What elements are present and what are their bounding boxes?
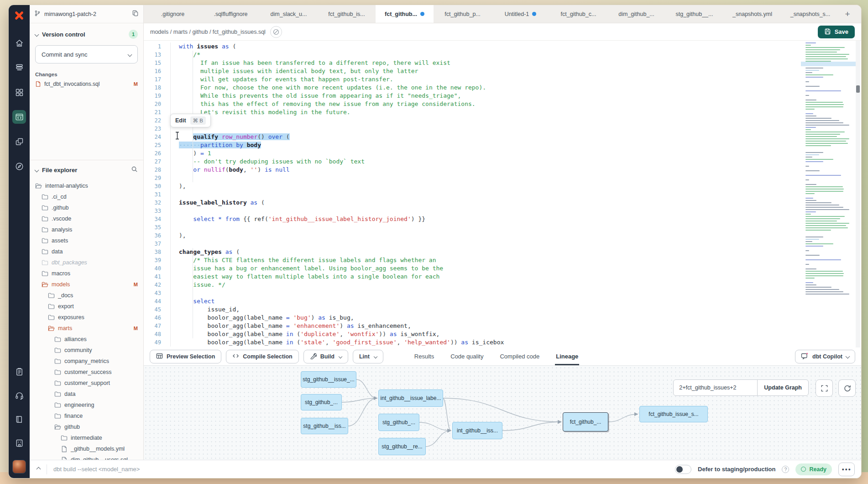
stack-icon[interactable] (12, 61, 26, 74)
dbt-copilot-button[interactable]: dbt Copilot (795, 350, 855, 363)
home-icon[interactable] (12, 36, 26, 50)
compass-icon[interactable] (12, 159, 26, 173)
tree-folder-export[interactable]: export (30, 301, 143, 312)
lineage-node-0[interactable]: stg_github__issue_... (301, 371, 356, 388)
tree-folder-finance[interactable]: finance (30, 410, 143, 421)
minimap[interactable] (805, 42, 852, 296)
tree-folder-intermediate[interactable]: intermediate (30, 432, 143, 443)
preview-selection-button[interactable]: Preview Selection (150, 350, 221, 363)
line-content: qualify row_number() over ( (170, 133, 861, 141)
kiosk-icon[interactable] (12, 436, 26, 450)
code-editor[interactable]: 1with issues as (13 /*15 If an issue has… (144, 41, 861, 347)
editor-tab-fct_github_p[interactable]: fct_github_p... (434, 5, 492, 23)
file-actions-icon[interactable] (270, 26, 282, 38)
tree-folder-customer_support[interactable]: customer_support (30, 378, 143, 389)
tree-folder-customer_success[interactable]: customer_success (30, 367, 143, 378)
tree-folder-assets[interactable]: assets (30, 235, 143, 246)
tree-folder-github[interactable]: github (30, 421, 143, 432)
tree-folder-engineering[interactable]: engineering (30, 400, 143, 410)
refresh-graph-button[interactable] (838, 379, 856, 397)
editor-tab-_snapshots_s[interactable]: _snapshots_s... (781, 5, 839, 23)
lineage-node-7[interactable]: fct_github_... (563, 412, 608, 431)
tree-folder-community[interactable]: community (30, 345, 143, 356)
result-tab-code-quality[interactable]: Code quality (450, 347, 483, 365)
tree-folder-data[interactable]: data (30, 246, 143, 257)
expand-command-bar-icon[interactable] (37, 468, 40, 471)
file-explorer-header[interactable]: File explorer (30, 160, 143, 178)
compare-icon[interactable] (12, 135, 26, 148)
editor-tab-.gitignore[interactable]: .gitignore (144, 5, 202, 23)
user-avatar[interactable] (12, 460, 26, 473)
lineage-node-5[interactable]: stg_github__re... (378, 438, 426, 455)
scrollbar-thumb[interactable] (856, 85, 860, 93)
build-button[interactable]: Build (303, 350, 348, 363)
tree-folder-alliances[interactable]: alliances (30, 334, 143, 345)
help-icon[interactable]: ? (782, 466, 789, 473)
copy-branch-icon[interactable] (132, 10, 139, 18)
editor-tab-stg_github__[interactable]: stg_github__... (665, 5, 723, 23)
editor-tab-Untitled-1[interactable]: Untitled-1 (492, 5, 549, 23)
tree-folder-dbt_packages[interactable]: dbt_packages (30, 257, 143, 268)
version-control-header[interactable]: Version control 1 (30, 23, 143, 42)
editor-tab-.sqlfluffignore[interactable]: .sqlfluffignore (202, 5, 260, 23)
code-editor-icon[interactable] (12, 110, 26, 124)
lineage-node-3[interactable]: int_github__issue_labe... (378, 389, 443, 407)
lineage-node-2[interactable]: stg_github__iss... (301, 418, 348, 434)
update-graph-button[interactable]: Update Graph (757, 380, 808, 395)
compile-selection-button[interactable]: Compile Selection (226, 350, 298, 363)
fullscreen-button[interactable] (816, 379, 833, 397)
tree-folder-_docs[interactable]: _docs (30, 290, 143, 301)
lineage-node-8[interactable]: fct_github_issue_s... (639, 406, 708, 422)
lineage-node-6[interactable]: int_github__iss... (452, 422, 502, 439)
tree-folder-.github[interactable]: .github (30, 202, 143, 213)
result-tab-results[interactable]: Results (414, 347, 434, 365)
changed-file-row[interactable]: fct_dbt_invocations.sql M (30, 79, 143, 89)
editor-tab-dim_slack_u[interactable]: dim_slack_u... (260, 5, 318, 23)
tree-item-label: analysis (52, 226, 72, 233)
result-tab-lineage[interactable]: Lineage (556, 347, 578, 365)
save-button[interactable]: Save (818, 26, 855, 38)
tree-folder-.ci_cd[interactable]: .ci_cd (30, 191, 143, 202)
dbt-logo[interactable] (9, 5, 30, 26)
result-tab-compiled-code[interactable]: Compiled code (500, 347, 539, 365)
editor-tab-dim_github_[interactable]: dim_github_... (607, 5, 665, 23)
git-branch-row[interactable]: mirnawong1-patch-2 (30, 5, 143, 23)
editor-tab-_snapshots.yml[interactable]: _snapshots.yml (723, 5, 781, 23)
lint-button[interactable]: Lint (353, 350, 383, 363)
tree-folder-data[interactable]: data (30, 389, 143, 400)
line-content: boolor_agg(label_name in ('stale', 'good… (170, 338, 861, 347)
tree-file-_github__models.yml[interactable]: _github__models.yml (30, 443, 143, 454)
search-icon[interactable] (131, 166, 138, 174)
tree-folder-marts[interactable]: martsM (30, 323, 143, 334)
grid-icon[interactable] (12, 85, 26, 99)
graph-selector-input[interactable]: 2+fct_github_issues+2 (674, 380, 757, 395)
book-icon[interactable] (12, 412, 26, 426)
editor-tab-fct_github_c[interactable]: fct_github_c... (549, 5, 607, 23)
copilot-label: dbt Copilot (812, 353, 842, 360)
defer-toggle[interactable] (675, 465, 691, 474)
tree-folder-macros[interactable]: macros (30, 268, 143, 279)
edit-tooltip[interactable]: Edit ⌘ B (170, 114, 211, 127)
line-content: ), (170, 231, 861, 240)
tab-label: stg_github__... (675, 11, 713, 17)
editor-scrollbar[interactable] (856, 41, 860, 347)
editor-tab-fct_github_is[interactable]: fct_github_is... (318, 5, 376, 23)
tree-file-dim_github__users.sql[interactable]: dim_github__users.sql (30, 454, 143, 460)
tab-label: Untitled-1 (505, 11, 529, 17)
lineage-node-1[interactable]: stg_github_... (301, 394, 342, 410)
new-tab-button[interactable]: + (839, 5, 856, 23)
lineage-node-4[interactable]: stg_github_... (378, 414, 419, 431)
tree-folder-.vscode[interactable]: .vscode (30, 213, 143, 224)
tree-folder-analysis[interactable]: analysis (30, 224, 143, 235)
commit-and-sync-button[interactable]: Commit and sync (35, 45, 138, 63)
tree-folder-company_metrics[interactable]: company_metrics (30, 356, 143, 367)
tree-folder-models[interactable]: modelsM (30, 279, 143, 290)
tree-folder-exposures[interactable]: exposures (30, 312, 143, 323)
clipboard-icon[interactable] (12, 365, 26, 379)
headset-icon[interactable] (12, 389, 26, 402)
overflow-menu-button[interactable]: ●●● (838, 463, 855, 476)
command-input[interactable]: dbt build --select <model_name> (53, 466, 669, 473)
line-number: 44 (144, 297, 165, 305)
tree-folder-internal-analytics[interactable]: internal-analytics (30, 180, 143, 191)
editor-tab-fct_github[interactable]: fct_github... (376, 5, 434, 23)
